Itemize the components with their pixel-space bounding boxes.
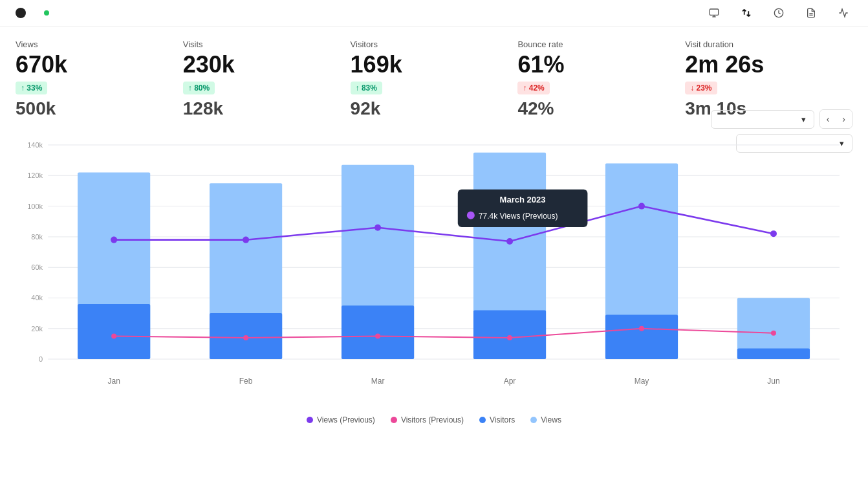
prev-views-dot <box>243 236 249 243</box>
clock-icon <box>774 8 784 18</box>
compare-icon <box>741 8 752 18</box>
visitors-badge <box>44 10 53 16</box>
bar-visitors <box>605 314 678 359</box>
logo-icon <box>16 8 26 18</box>
metric-value-bounce: 61% <box>517 52 672 78</box>
legend-dot <box>391 417 397 423</box>
prev-visitors-dot <box>507 335 512 340</box>
main-nav <box>709 8 852 18</box>
nav-realtime[interactable] <box>774 8 788 18</box>
bar-visitors <box>78 304 150 359</box>
metric-badge-visits: ↑ 80% <box>183 82 215 94</box>
bar-visitors <box>737 348 810 359</box>
y-label: 20k <box>31 324 43 332</box>
metric-prev-visits: 128k <box>183 98 338 119</box>
x-label: Jan <box>107 377 120 386</box>
prev-views-dot <box>506 238 513 245</box>
legend-dot <box>530 417 537 423</box>
event-icon <box>838 8 849 18</box>
y-label: 0 <box>39 355 43 363</box>
prev-visitors-dot <box>771 330 776 335</box>
legend-label: Visitors (Previous) <box>401 415 464 424</box>
y-label: 120k <box>27 171 43 179</box>
bar-visitors <box>342 305 414 359</box>
tooltip-dot <box>467 211 475 219</box>
header <box>0 0 868 27</box>
metric-badge-bounce: ↑ 42% <box>517 82 549 94</box>
legend-item: Visitors <box>479 415 515 424</box>
active-indicator <box>44 10 49 16</box>
x-label: Apr <box>504 377 516 386</box>
prev-visitors-dot <box>639 325 644 331</box>
metric-badge-visitors: ↑ 83% <box>351 82 382 94</box>
main-content: 020k40k60k80k100k120k140kJanFebMarAprMay… <box>0 126 868 437</box>
metric-prev-views: 500k <box>16 98 170 119</box>
legend-item: Views (Previous) <box>307 415 375 424</box>
nav-overview[interactable] <box>709 8 723 18</box>
prev-views-dot <box>374 224 381 230</box>
chevron-down-icon: ▾ <box>801 115 806 124</box>
prev-views-dot <box>638 203 645 209</box>
x-label: May <box>635 377 649 386</box>
metric-views: Views 670k ↑ 33% 500k <box>16 39 183 119</box>
metrics-section: Views 670k ↑ 33% 500k Visits 230k ↑ 80% … <box>0 27 868 126</box>
chart-area: 020k40k60k80k100k120k140kJanFebMarAprMay… <box>16 138 852 410</box>
metric-label-bounce: Bounce rate <box>517 39 672 49</box>
report-icon <box>806 8 816 18</box>
nav-eventdata[interactable] <box>838 8 852 18</box>
metric-value-duration: 2m 26s <box>685 52 840 78</box>
y-label: 100k <box>27 202 43 210</box>
svg-rect-0 <box>710 9 718 15</box>
prev-visitors-dot <box>375 333 380 338</box>
metric-bounce: Bounce rate 61% ↑ 42% 42% <box>517 39 685 119</box>
chart-container: 020k40k60k80k100k120k140kJanFebMarAprMay… <box>16 138 852 410</box>
legend-label: Views <box>541 415 561 424</box>
nav-compare[interactable] <box>741 8 755 18</box>
metric-value-views: 670k <box>16 52 170 78</box>
prev-views-dot <box>111 236 117 243</box>
chart-svg: 020k40k60k80k100k120k140kJanFebMarAprMay… <box>16 138 852 391</box>
metric-badge-duration: ↓ 23% <box>685 82 717 94</box>
x-label: Mar <box>371 377 385 386</box>
y-label: 140k <box>27 141 43 149</box>
metric-label-visitors: Visitors <box>351 39 505 49</box>
metric-visits: Visits 230k ↑ 80% 128k <box>183 39 351 119</box>
metric-value-visitors: 169k <box>351 52 505 78</box>
logo <box>16 8 31 18</box>
metric-label-duration: Visit duration <box>685 39 840 49</box>
tooltip-value: 77.4k Views (Previous) <box>479 211 558 220</box>
x-label: Feb <box>239 377 253 386</box>
metric-label-views: Views <box>16 39 170 49</box>
tooltip-title: March 2023 <box>500 194 546 204</box>
legend-dot <box>479 417 486 423</box>
bar-visitors <box>473 310 546 359</box>
x-label: Jun <box>767 377 779 386</box>
legend-label: Visitors <box>490 415 515 424</box>
y-label: 40k <box>31 294 43 302</box>
metric-prev-visitors: 92k <box>351 98 505 119</box>
metric-visitors: Visitors 169k ↑ 83% 92k <box>351 39 518 119</box>
prev-visitors-dot <box>111 333 116 338</box>
legend-label: Views (Previous) <box>317 415 375 424</box>
metric-prev-bounce: 42% <box>517 98 672 119</box>
metric-value-visits: 230k <box>183 52 338 78</box>
nav-reports[interactable] <box>806 8 820 18</box>
prev-visitors-dot <box>243 335 248 340</box>
metric-badge-views: ↑ 33% <box>16 82 47 94</box>
legend-item: Visitors (Previous) <box>391 415 464 424</box>
legend-dot <box>307 417 313 423</box>
y-label: 60k <box>31 263 43 271</box>
y-label: 80k <box>31 233 43 241</box>
monitor-icon <box>709 8 719 18</box>
legend-item: Views <box>530 415 561 424</box>
prev-views-dot <box>770 230 777 237</box>
chart-legend: Views (Previous) Visitors (Previous) Vis… <box>16 415 852 424</box>
metric-label-visits: Visits <box>183 39 338 49</box>
